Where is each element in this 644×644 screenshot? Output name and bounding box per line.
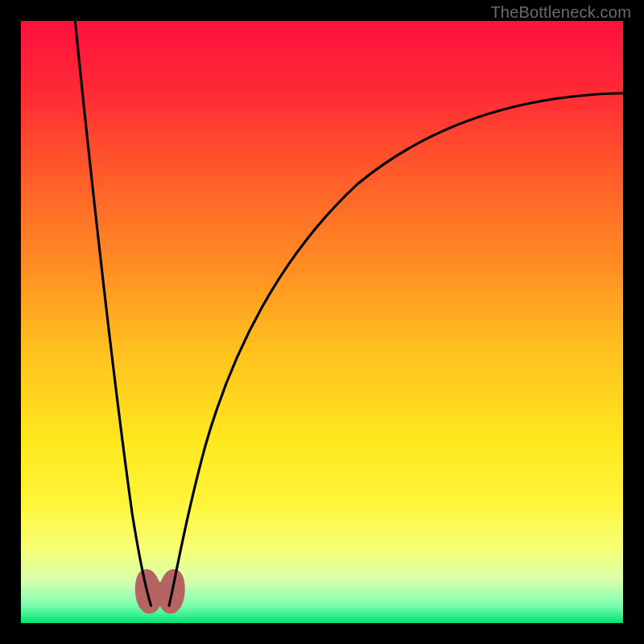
plot-area [21, 21, 623, 623]
svg-rect-0 [21, 21, 623, 623]
background-gradient [21, 21, 623, 623]
watermark-text: TheBottleneck.com [490, 3, 631, 22]
